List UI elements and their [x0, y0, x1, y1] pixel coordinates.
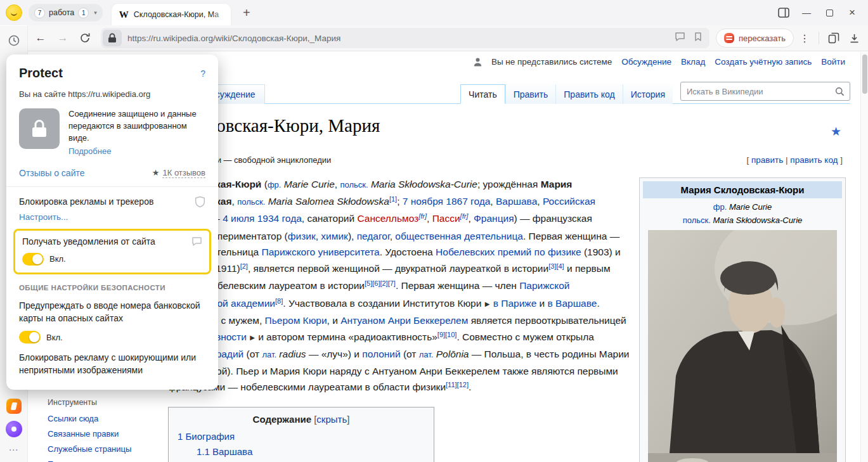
link-segment[interactable]: [fr] — [418, 212, 427, 220]
link-segment[interactable]: в Париже — [493, 298, 537, 309]
link-segment[interactable]: 1934 года — [257, 213, 302, 224]
text-segment: , — [232, 196, 238, 207]
close-button[interactable]: × — [846, 7, 858, 18]
toc-header[interactable]: Содержание [скрыть] — [178, 414, 425, 425]
link-segment[interactable]: 1867 года — [446, 196, 490, 207]
link-segment[interactable]: лат. — [262, 350, 276, 359]
link-segment[interactable]: лат. — [419, 350, 434, 359]
link-segment[interactable]: полоний — [362, 349, 400, 359]
tab-read[interactable]: Читать — [460, 84, 505, 104]
link-segment[interactable]: скрыть — [316, 414, 347, 425]
summarize-button[interactable]: пересказать — [716, 29, 794, 48]
link-segment[interactable]: [2] — [240, 262, 248, 270]
link-segment[interactable]: [5][6][2][7] — [365, 279, 396, 287]
link-segment[interactable]: [fr] — [460, 212, 469, 220]
portrait-photo[interactable] — [648, 230, 837, 462]
configure-link[interactable]: Настроить... — [19, 212, 205, 222]
more-menu-button[interactable]: ⋮ — [800, 32, 810, 44]
toc-item-biography[interactable]: 1 Биография — [178, 431, 425, 442]
card-warning-toggle[interactable] — [19, 331, 41, 343]
link-segment[interactable]: химик — [321, 231, 348, 241]
back-button[interactable]: ← — [31, 29, 50, 48]
link-segment[interactable]: общественная деятельница — [395, 231, 523, 241]
sidebar-link-whatlinkshere[interactable]: Ссылки сюда — [48, 414, 131, 423]
sidebar-link-special-pages[interactable]: Служебные страницы — [48, 444, 131, 454]
protect-help-link[interactable]: ? — [200, 68, 205, 79]
toc-item-warsaw[interactable]: 1.1 Варшава — [197, 446, 425, 457]
link-segment[interactable]: 7 ноября — [403, 196, 443, 207]
personal-link-contribs[interactable]: Вклад — [681, 57, 705, 67]
sidebar-link-related-changes[interactable]: Связанные правки — [48, 429, 131, 439]
address-bar[interactable]: https://ru.wikipedia.org/wiki/Склодовска… — [101, 28, 709, 48]
tab-history[interactable]: История — [623, 84, 673, 104]
details-link[interactable]: Подробнее — [68, 146, 205, 156]
tab-group[interactable]: 7 работа 1 ▾ — [29, 4, 103, 22]
personal-link-talk[interactable]: Обсуждение — [621, 57, 671, 67]
scrollbar-thumb[interactable] — [862, 55, 867, 94]
comments-button[interactable] — [675, 32, 685, 44]
link-segment[interactable]: польск. — [340, 180, 368, 189]
link-segment[interactable]: [3][4] — [548, 262, 564, 270]
more-services-button[interactable]: ⋯ — [9, 444, 19, 456]
link-segment[interactable]: Франция — [474, 213, 514, 224]
adblock-label: Блокировка рекламы и трекеров — [19, 196, 153, 207]
link-segment[interactable]: Парижского университета — [262, 247, 380, 257]
watch-star-icon[interactable]: ★ — [831, 125, 841, 138]
downloads-button[interactable] — [845, 29, 863, 47]
link-segment[interactable]: [11][12] — [446, 381, 469, 388]
link-segment[interactable]: 4 июля — [223, 213, 254, 224]
link-segment[interactable]: физик — [288, 231, 316, 241]
tab-edit[interactable]: Править — [505, 84, 556, 104]
link-segment[interactable]: Пасси — [432, 213, 460, 224]
active-tab[interactable]: W Склодовская-Кюри, Ма — [112, 4, 231, 25]
link-segment[interactable]: [8] — [275, 297, 283, 305]
site-info-button[interactable] — [103, 30, 122, 46]
tab-group-label: работа — [49, 8, 74, 17]
market-icon[interactable] — [6, 399, 22, 414]
notifications-toggle[interactable] — [22, 253, 44, 266]
text-segment: Maria Skłodowska-Curie — [713, 215, 802, 225]
link-segment[interactable]: радий — [216, 349, 244, 359]
link-segment[interactable]: фр. — [713, 202, 727, 212]
link-segment[interactable]: в Варшаве — [548, 298, 597, 309]
link-segment[interactable]: Пьером Кюри — [265, 315, 327, 326]
tab-edit-source[interactable]: Править код — [555, 84, 622, 104]
link-segment[interactable]: править код — [790, 155, 838, 165]
reviews-summary[interactable]: ★ 1К отзывов — [152, 168, 205, 178]
personal-link-login[interactable]: Войти — [821, 57, 845, 67]
browser-toolbar: ← → https://ru.wikipedia.org/wiki/Склодо… — [28, 25, 868, 51]
minimize-button[interactable]: — — [801, 7, 812, 18]
profile-avatar[interactable] — [6, 4, 22, 21]
page-scrollbar[interactable] — [860, 52, 868, 462]
edit-links[interactable]: [ править | править код ] — [747, 155, 843, 165]
collections-button[interactable] — [825, 29, 843, 47]
reload-button[interactable] — [75, 29, 94, 48]
link-segment[interactable]: Санселльмоз — [357, 213, 418, 224]
sidebar-link-permanent[interactable]: Постоянная ссылка — [48, 459, 131, 462]
history-button[interactable] — [4, 31, 23, 50]
search-input[interactable] — [681, 87, 835, 96]
text-segment: и — [536, 298, 547, 309]
bookmark-button[interactable] — [694, 32, 703, 44]
link-segment[interactable]: педагог — [357, 231, 390, 241]
maximize-button[interactable] — [824, 7, 835, 18]
personal-link-create-account[interactable]: Создать учётную запись — [715, 57, 812, 67]
link-segment[interactable]: польск. — [683, 215, 711, 225]
link-segment[interactable]: польск. — [237, 197, 265, 207]
forward-button[interactable]: → — [53, 29, 72, 48]
site-reviews-link[interactable]: Отзывы о сайте — [19, 168, 85, 178]
link-segment[interactable]: Варшава — [496, 196, 537, 207]
search-button[interactable] — [835, 87, 850, 96]
link-segment[interactable]: [9][10] — [437, 331, 457, 338]
link-segment[interactable]: править — [751, 155, 783, 165]
anon-notice[interactable]: Вы не представились системе — [491, 57, 612, 67]
alice-icon[interactable] — [6, 421, 22, 437]
link-segment[interactable]: Нобелевских премий по физике — [436, 247, 581, 257]
url-text[interactable]: https://ru.wikipedia.org/wiki/Склодовска… — [127, 34, 668, 43]
new-tab-button[interactable]: + — [238, 4, 255, 21]
security-settings-header: ОБЩИЕ НАСТРОЙКИ БЕЗОПАСНОСТИ — [19, 284, 205, 292]
side-panel-button[interactable] — [778, 7, 789, 18]
link-segment[interactable]: [1] — [389, 195, 397, 203]
link-segment[interactable]: фр. — [268, 180, 282, 189]
link-segment[interactable]: Антуаном Анри Беккерелем — [340, 315, 468, 326]
